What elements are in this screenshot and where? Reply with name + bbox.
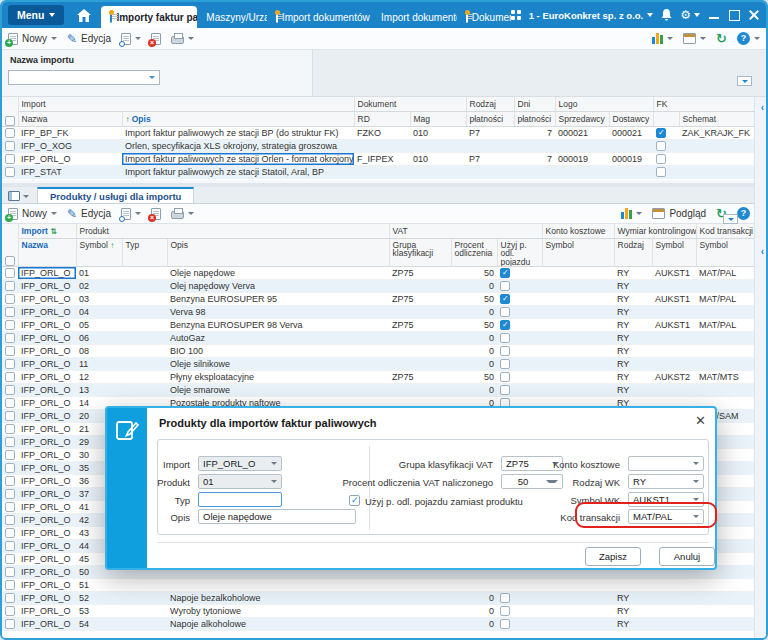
wk-type-dropdown[interactable]: RY <box>628 474 704 489</box>
row-checkbox[interactable] <box>500 320 510 330</box>
col-group-logo[interactable]: Logo <box>555 97 653 111</box>
row-checkbox[interactable] <box>656 154 666 164</box>
row-checkbox[interactable] <box>5 333 15 343</box>
edit-button[interactable]: ✎Edycja <box>67 208 111 220</box>
tab-maszyny[interactable]: Maszyny/Urządzenia <box>197 6 267 28</box>
row-checkbox[interactable] <box>500 346 510 356</box>
col-dostawcy[interactable]: Dostawcy <box>609 111 653 126</box>
import-dropdown[interactable]: IFP_ORL_O <box>198 456 282 471</box>
col-opis[interactable]: Opis <box>167 238 389 267</box>
col-sprzedawcy[interactable]: Sprzedawcy <box>555 111 609 126</box>
row-checkbox[interactable] <box>5 424 15 434</box>
table-row[interactable]: IFP_ORL_O11Oleje silnikowe0RY <box>2 358 758 371</box>
chart-button[interactable] <box>652 33 673 44</box>
col-dni-platnosci[interactable]: Dni <box>514 97 555 111</box>
row-checkbox[interactable] <box>5 580 15 590</box>
col-group-produkt[interactable]: Produkt <box>76 224 389 238</box>
row-checkbox[interactable] <box>5 593 15 603</box>
copy-button[interactable] <box>121 33 141 45</box>
row-checkbox[interactable] <box>656 167 666 177</box>
table-row[interactable]: IFP_ORL_O03Benzyna EUROSUPER 95ZP7550RYA… <box>2 293 758 306</box>
type-input[interactable] <box>198 492 282 507</box>
transaction-code-dropdown[interactable]: MAT/PAL <box>628 509 704 524</box>
col-group-kod[interactable]: Kod transakcji <box>696 224 758 238</box>
table-row[interactable]: IFP_ORL_O02Olej napędowy Verva0RY <box>2 280 758 293</box>
preview-button[interactable]: Podgląd <box>652 208 706 219</box>
dialog-close-icon[interactable]: ✕ <box>695 413 706 428</box>
row-checkbox[interactable] <box>500 281 510 291</box>
chevron-left-icon[interactable]: ‹ <box>761 102 764 113</box>
table-row[interactable]: IFP_ORL_O51 <box>2 579 758 592</box>
col-group-konto[interactable]: Konto kosztowe <box>542 224 614 238</box>
col-rodzaj[interactable]: Rodzaj <box>614 238 652 267</box>
cost-account-dropdown[interactable] <box>628 456 704 471</box>
table-row[interactable]: IFP_ORL_O08BIO 1000RY <box>2 345 758 358</box>
row-checkbox[interactable] <box>5 437 15 447</box>
table-row[interactable]: IFP_ORL_O05Benzyna EUROSUPER 98 VervaZP7… <box>2 319 758 332</box>
row-checkbox[interactable] <box>500 359 510 369</box>
table-row[interactable]: IFP_ORL_O12Płyny eksploatacyjneZP7550RYA… <box>2 371 758 384</box>
row-checkbox[interactable] <box>5 476 15 486</box>
refresh-button[interactable]: ↻ <box>716 32 727 45</box>
table-row[interactable]: IFP_ORL_O04Verva 980RY <box>2 306 758 319</box>
col-dni-platnosci-2[interactable]: płatności <box>514 111 555 126</box>
save-button[interactable]: Zapisz <box>585 547 641 566</box>
row-checkbox[interactable] <box>5 398 15 408</box>
col-wk-symbol[interactable]: Symbol <box>652 238 696 267</box>
col-procent-odliczenia[interactable]: Procent odliczenia <box>451 238 497 267</box>
row-checkbox[interactable] <box>5 489 15 499</box>
col-group-wymiar[interactable]: Wymiar kontrolingowy <box>614 224 696 238</box>
tab-import-dowody[interactable]: Import dokumentów/dowod <box>372 6 457 28</box>
row-checkbox[interactable] <box>5 281 15 291</box>
row-checkbox[interactable] <box>500 606 510 616</box>
print-button[interactable] <box>171 33 194 44</box>
edit-button[interactable]: ✎Edycja <box>67 33 111 45</box>
col-typ[interactable]: Typ <box>122 238 167 267</box>
table-row[interactable]: IFP_ORL_O53Wyroby tytoniowe0RY <box>2 605 758 618</box>
row-checkbox[interactable] <box>500 385 510 395</box>
tab-import-sekretariat[interactable]: Import dokumentów sekretariatu <box>267 6 372 28</box>
row-checkbox[interactable] <box>5 294 15 304</box>
copy-button[interactable] <box>121 208 141 220</box>
table-row[interactable]: IFP_ORL_O13Oleje smarowe0RY <box>2 384 758 397</box>
col-rodzaj-platnosci-2[interactable]: płatności <box>466 111 514 126</box>
col-group-vat[interactable]: VAT <box>389 224 542 238</box>
apps-grid-icon[interactable] <box>511 10 521 20</box>
col-nazwa[interactable]: Nazwa <box>18 238 76 267</box>
table-row[interactable]: IFP_ORL_OImport faktur paliwowych ze sta… <box>2 152 758 165</box>
print-button[interactable] <box>171 208 194 219</box>
row-checkbox[interactable] <box>500 593 510 603</box>
maximize-button[interactable] <box>728 9 740 21</box>
chart-button[interactable] <box>621 208 642 219</box>
row-checkbox[interactable] <box>5 411 15 421</box>
row-checkbox[interactable] <box>500 372 510 382</box>
row-checkbox[interactable] <box>5 515 15 525</box>
row-checkbox[interactable] <box>5 541 15 551</box>
row-checkbox[interactable] <box>5 463 15 473</box>
row-checkbox[interactable] <box>5 307 15 317</box>
row-checkbox[interactable] <box>500 268 510 278</box>
home-icon[interactable] <box>77 9 91 22</box>
col-group-import[interactable]: Import ⇅ <box>18 224 76 238</box>
row-checkbox[interactable] <box>5 619 15 629</box>
table-row[interactable]: IFP_BP_FKImport faktur paliwowych ze sta… <box>2 126 758 139</box>
col-group-dokument[interactable]: Dokument <box>354 97 466 111</box>
view-settings-button[interactable] <box>683 33 706 44</box>
row-checkbox[interactable] <box>5 606 15 616</box>
col-group-fk[interactable]: FK <box>653 97 758 111</box>
company-selector[interactable]: 1 - EuroKonkret sp. z o.o. <box>529 10 654 21</box>
delete-button[interactable]: × <box>151 208 161 220</box>
bell-icon[interactable] <box>661 9 672 21</box>
table-row[interactable]: IFP_O_XOGOrlen, specyfikacja XLS okrojon… <box>2 139 758 152</box>
help-button[interactable]: ? <box>737 32 760 45</box>
row-checkbox[interactable] <box>5 450 15 460</box>
collapse-grid-button[interactable] <box>723 214 738 224</box>
product-dropdown[interactable]: 01 <box>198 474 282 489</box>
menu-button[interactable]: Menu <box>8 5 64 25</box>
col-rd[interactable]: RD <box>354 111 410 126</box>
col-group-import[interactable]: Import <box>18 97 354 111</box>
row-checkbox[interactable] <box>5 385 15 395</box>
col-konto-symbol[interactable]: Symbol <box>542 238 614 267</box>
import-name-filter-dropdown[interactable] <box>8 70 160 85</box>
row-checkbox[interactable] <box>500 294 510 304</box>
